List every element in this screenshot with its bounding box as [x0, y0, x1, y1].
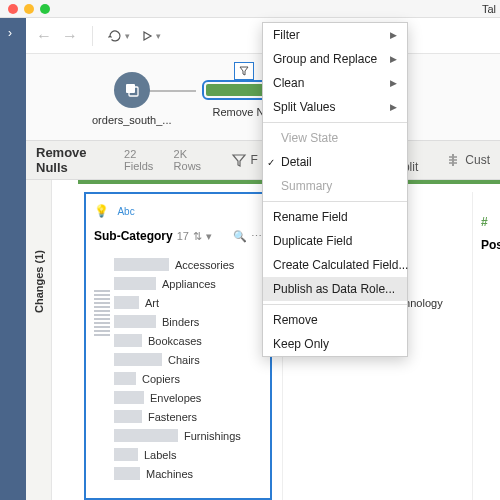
field-menu-dropdown-icon[interactable]: ▾ — [206, 230, 212, 243]
menu-separator — [263, 201, 407, 202]
histogram-row[interactable]: Binders — [114, 312, 262, 331]
numeric-row[interactable]: 60,0 — [473, 434, 500, 482]
menu-detail[interactable]: Detail — [263, 150, 407, 174]
histogram-label: Furnishings — [184, 430, 241, 442]
mini-histogram — [94, 290, 110, 338]
datasource-icon — [123, 81, 141, 99]
numeric-row[interactable]: 40,0 — [473, 338, 500, 386]
histogram-label: Machines — [146, 468, 193, 480]
menu-filter[interactable]: Filter▶ — [263, 23, 407, 47]
histogram-bar — [114, 391, 144, 404]
run-flow-button[interactable]: ▾ — [140, 29, 161, 43]
histogram-bar — [114, 429, 178, 442]
custom-split-button[interactable]: Cust — [445, 152, 490, 168]
menu-keep-only[interactable]: Keep Only — [263, 332, 407, 356]
split-icon — [445, 152, 461, 168]
histogram-bar — [114, 410, 142, 423]
menu-publish-data-role[interactable]: Publish as Data Role... — [263, 277, 407, 301]
menu-group-replace[interactable]: Group and Replace▶ — [263, 47, 407, 71]
input-node-circle — [114, 72, 150, 108]
expand-rail-icon[interactable]: › — [0, 18, 26, 40]
more-options-icon[interactable]: ⋯ — [251, 230, 262, 243]
histogram-row[interactable]: Accessories — [114, 255, 262, 274]
histogram-row[interactable]: Appliances — [114, 274, 262, 293]
field-name[interactable]: Sub-Category — [94, 229, 173, 243]
histogram-row[interactable]: Fasteners — [114, 407, 262, 426]
flow-node-input[interactable]: orders_south_... — [92, 72, 172, 126]
numeric-row[interactable]: 80,0 — [473, 482, 500, 500]
numeric-histogram: 20,040,050,060,080,0 — [473, 290, 500, 500]
filter-icon — [234, 62, 254, 80]
minimize-window-dot[interactable] — [24, 4, 34, 14]
histogram-row[interactable]: Furnishings — [114, 426, 262, 445]
forward-icon[interactable]: → — [62, 27, 78, 45]
menu-separator — [263, 304, 407, 305]
histogram-label: Binders — [162, 316, 199, 328]
menu-remove[interactable]: Remove — [263, 308, 407, 332]
numeric-row[interactable]: 50,0 — [473, 386, 500, 434]
menu-create-calculated-field[interactable]: Create Calculated Field... — [263, 253, 407, 277]
menu-split-values[interactable]: Split Values▶ — [263, 95, 407, 119]
histogram-bar — [114, 258, 169, 271]
histogram-bar — [114, 296, 139, 309]
histogram-row[interactable]: Envelopes — [114, 388, 262, 407]
close-window-dot[interactable] — [8, 4, 18, 14]
histogram-label: Bookcases — [148, 335, 202, 347]
context-menu: Filter▶ Group and Replace▶ Clean▶ Split … — [262, 22, 408, 357]
histogram-label: Accessories — [175, 259, 234, 271]
changes-tab[interactable]: Changes (1) — [26, 180, 52, 500]
filter-values-button[interactable]: F — [231, 152, 258, 168]
histogram-row[interactable]: Copiers — [114, 369, 262, 388]
refresh-icon — [107, 28, 123, 44]
numeric-type-icon: # — [481, 215, 488, 229]
histogram-label: Copiers — [142, 373, 180, 385]
value-histogram: AccessoriesAppliancesArtBindersBookcases… — [114, 255, 262, 483]
histogram-row[interactable]: Labels — [114, 445, 262, 464]
histogram-bar — [114, 448, 138, 461]
menu-separator — [263, 122, 407, 123]
field-name-3: Post — [473, 234, 500, 260]
titlebar-right-text: Tal — [482, 3, 496, 15]
histogram-label: Appliances — [162, 278, 216, 290]
zoom-window-dot[interactable] — [40, 4, 50, 14]
rows-count: 2K Rows — [174, 148, 215, 172]
menu-clean[interactable]: Clean▶ — [263, 71, 407, 95]
numeric-row[interactable]: 20,0 — [473, 290, 500, 338]
input-node-label: orders_south_... — [92, 114, 172, 126]
histogram-bar — [114, 334, 142, 347]
field-type-label[interactable]: Abc — [117, 206, 134, 217]
histogram-row[interactable]: Machines — [114, 464, 262, 483]
left-rail: › — [0, 18, 26, 500]
changes-tab-label: Changes (1) — [33, 250, 45, 313]
funnel-icon — [231, 152, 247, 168]
window-titlebar: Tal — [0, 0, 500, 18]
menu-summary: Summary — [263, 174, 407, 198]
histogram-row[interactable]: Bookcases — [114, 331, 262, 350]
menu-duplicate-field[interactable]: Duplicate Field — [263, 229, 407, 253]
histogram-bar — [114, 277, 156, 290]
fields-count: 22 Fields — [124, 148, 166, 172]
histogram-label: Art — [145, 297, 159, 309]
menu-view-state: View State — [263, 126, 407, 150]
toolbar-divider — [92, 26, 93, 46]
histogram-label: Fasteners — [148, 411, 197, 423]
histogram-row[interactable]: Chairs — [114, 350, 262, 369]
recommendations-icon[interactable]: 💡 — [94, 204, 109, 218]
field-card-subcategory[interactable]: 💡 Abc Sub-Category 17 ⇅ ▾ 🔍 ⋯ Accessorie… — [84, 192, 272, 500]
step-title: Remove Nulls — [36, 145, 116, 175]
histogram-bar — [114, 467, 140, 480]
search-icon[interactable]: 🔍 — [233, 230, 247, 243]
field-card-numeric[interactable]: # Post 20,040,050,060,080,0 — [472, 192, 500, 500]
menu-rename-field[interactable]: Rename Field — [263, 205, 407, 229]
histogram-bar — [114, 315, 156, 328]
back-icon[interactable]: ← — [36, 27, 52, 45]
histogram-label: Chairs — [168, 354, 200, 366]
histogram-bar — [114, 372, 136, 385]
histogram-row[interactable]: Art — [114, 293, 262, 312]
sort-icon[interactable]: ⇅ — [193, 230, 202, 243]
histogram-label: Labels — [144, 449, 176, 461]
field-value-count: 17 — [177, 230, 189, 242]
play-icon — [140, 29, 154, 43]
refresh-button[interactable]: ▾ — [107, 28, 130, 44]
svg-rect-0 — [126, 84, 135, 93]
